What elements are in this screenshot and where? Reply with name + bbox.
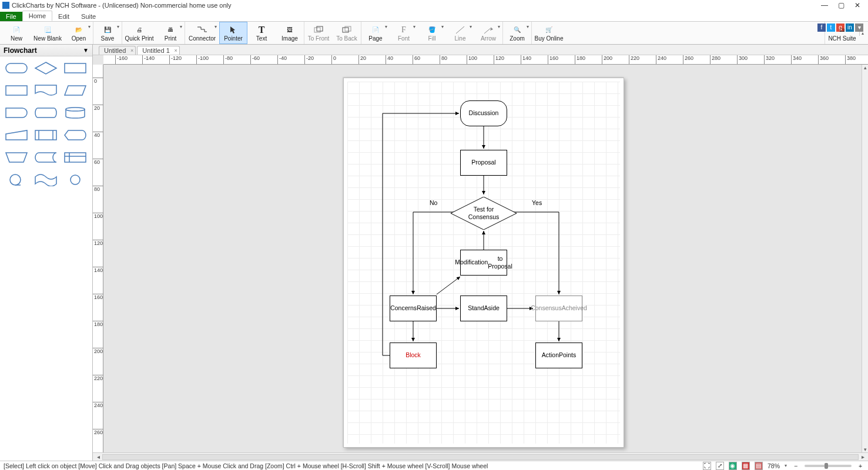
text-button[interactable]: TText bbox=[247, 22, 276, 44]
menu-home[interactable]: Home bbox=[22, 11, 52, 21]
window-maximize[interactable]: ▢ bbox=[833, 0, 849, 11]
status-icon-5[interactable]: ▤ bbox=[755, 462, 763, 470]
menu-edit[interactable]: Edit bbox=[52, 12, 75, 21]
print-button[interactable]: 🖶Print▾ bbox=[156, 22, 185, 44]
zoom-dropdown-icon[interactable]: ▾ bbox=[785, 463, 787, 468]
node-concerns[interactable]: ConcernsRaised bbox=[390, 296, 437, 321]
line-button[interactable]: Line▾ bbox=[446, 22, 474, 44]
doc-tab-untitled[interactable]: Untitled× bbox=[99, 46, 136, 55]
shape-predef-process[interactable] bbox=[33, 127, 59, 143]
shape-stored-data[interactable] bbox=[33, 149, 59, 166]
status-icon-4[interactable]: ▦ bbox=[742, 462, 750, 470]
svg-rect-0 bbox=[314, 28, 320, 32]
dropdown-icon[interactable]: ▾ bbox=[87, 24, 92, 29]
shape-internal-storage[interactable] bbox=[62, 149, 88, 166]
shape-tape[interactable] bbox=[33, 172, 59, 188]
shape-terminator[interactable] bbox=[4, 60, 29, 76]
facebook-icon[interactable]: f bbox=[817, 24, 826, 32]
fill-button[interactable]: 🪣Fill▾ bbox=[418, 22, 446, 44]
save-icon: 💾 bbox=[102, 25, 113, 35]
shape-data[interactable] bbox=[62, 82, 88, 99]
dropdown-icon[interactable]: ▾ bbox=[412, 24, 417, 29]
zoom-in-button[interactable]: + bbox=[856, 462, 864, 469]
window-minimize[interactable]: — bbox=[816, 0, 833, 11]
new-blank-button[interactable]: 📃New Blank bbox=[31, 22, 65, 44]
shape-display[interactable] bbox=[62, 127, 88, 143]
zoom-slider-knob[interactable] bbox=[825, 463, 828, 469]
node-proposal[interactable]: Proposal bbox=[460, 150, 507, 176]
shape-delay[interactable] bbox=[4, 105, 29, 121]
scroll-left-icon[interactable]: ◂ bbox=[94, 454, 102, 460]
status-icon-1[interactable]: ⛶ bbox=[703, 462, 711, 470]
node-action-points[interactable]: ActionPoints bbox=[535, 343, 582, 368]
page-button[interactable]: 📄Page▾ bbox=[361, 22, 390, 44]
shape-card[interactable] bbox=[4, 82, 29, 99]
save-button[interactable]: 💾Save▾ bbox=[93, 22, 122, 44]
menu-file[interactable]: File bbox=[0, 12, 22, 21]
scroll-up-icon[interactable]: ▴ bbox=[862, 65, 868, 70]
arrow-button[interactable]: Arrow▾ bbox=[474, 22, 502, 44]
scroll-down-icon[interactable]: ▾ bbox=[862, 446, 868, 452]
scrollbar-vertical[interactable]: ▴ ▾ bbox=[862, 65, 868, 452]
open-button[interactable]: 📂Open▾ bbox=[65, 22, 93, 44]
dropdown-icon[interactable]: ▾ bbox=[179, 24, 183, 29]
status-icon-2[interactable]: ⤢ bbox=[716, 462, 724, 470]
to-back-button[interactable]: To Back bbox=[333, 22, 361, 44]
shape-direct-data[interactable] bbox=[33, 105, 59, 121]
shape-sequential[interactable] bbox=[4, 172, 29, 188]
svg-rect-8 bbox=[6, 86, 27, 95]
node-test-consensus[interactable]: Test forConsensus bbox=[451, 197, 517, 230]
connector-button[interactable]: Connector▾ bbox=[185, 22, 219, 44]
shape-connector[interactable] bbox=[62, 172, 88, 188]
dropdown-icon[interactable]: ▾ bbox=[525, 24, 530, 29]
page[interactable]: Discussion Proposal Test forConsensus No… bbox=[343, 78, 624, 448]
scroll-right-icon[interactable]: ▸ bbox=[859, 454, 867, 460]
buy-online-button[interactable]: 🛒Buy Online bbox=[532, 22, 566, 44]
dropdown-icon[interactable]: ▾ bbox=[384, 24, 388, 29]
font-button[interactable]: FFont▾ bbox=[390, 22, 418, 44]
shape-manual-input[interactable] bbox=[4, 127, 29, 143]
image-button[interactable]: 🖼Image bbox=[276, 22, 304, 44]
scroll-track[interactable] bbox=[102, 454, 859, 460]
connector-icon bbox=[196, 25, 208, 35]
canvas-viewport[interactable]: Discussion Proposal Test forConsensus No… bbox=[103, 65, 862, 452]
node-stand-aside[interactable]: StandAside bbox=[460, 296, 507, 321]
shape-database[interactable] bbox=[62, 105, 88, 121]
dropdown-icon[interactable]: ▾ bbox=[497, 24, 501, 29]
nch-suite-button[interactable]: 🗂NCH Suite bbox=[825, 22, 859, 44]
shape-manual-op[interactable] bbox=[4, 149, 29, 166]
zoom-slider[interactable] bbox=[805, 465, 852, 467]
status-icon-3[interactable]: ◉ bbox=[729, 462, 737, 470]
new-icon: 📄 bbox=[11, 25, 22, 35]
node-discussion[interactable]: Discussion bbox=[460, 100, 507, 126]
pointer-icon bbox=[227, 25, 239, 35]
shape-decision[interactable] bbox=[33, 60, 59, 76]
text-icon: T bbox=[256, 25, 267, 35]
node-consensus[interactable]: ConsensusAcheived bbox=[535, 296, 582, 321]
dropdown-icon[interactable]: ▼ bbox=[83, 47, 89, 53]
menu-suite[interactable]: Suite bbox=[75, 12, 102, 21]
image-icon: 🖼 bbox=[284, 25, 296, 35]
dropdown-icon[interactable]: ▾ bbox=[468, 24, 473, 29]
close-icon[interactable]: × bbox=[130, 48, 133, 53]
dropdown-icon[interactable]: ▾ bbox=[213, 24, 218, 29]
window-close[interactable]: ✕ bbox=[849, 0, 866, 11]
shape-grid bbox=[0, 56, 92, 192]
shape-document[interactable] bbox=[33, 82, 59, 99]
to-front-button[interactable]: To Front bbox=[304, 22, 333, 44]
doc-tab-untitled1[interactable]: Untitled 1× bbox=[137, 46, 179, 55]
shape-panel-header[interactable]: Flowchart ▼ bbox=[0, 45, 92, 56]
dropdown-icon[interactable]: ▾ bbox=[116, 24, 120, 29]
close-icon[interactable]: × bbox=[175, 48, 177, 53]
dropdown-icon[interactable]: ▾ bbox=[440, 24, 445, 29]
shape-process[interactable] bbox=[62, 60, 88, 76]
new-button[interactable]: 📄New bbox=[2, 22, 31, 44]
node-block[interactable]: Block bbox=[390, 343, 437, 368]
node-modification[interactable]: Modificationto Proposal bbox=[460, 250, 507, 276]
quick-print-button[interactable]: 🖨Quick Print bbox=[122, 22, 156, 44]
zoom-button[interactable]: 🔍Zoom▾ bbox=[503, 22, 531, 44]
svg-point-17 bbox=[71, 175, 80, 184]
scrollbar-horizontal[interactable]: ◂ ▸ bbox=[93, 452, 868, 461]
zoom-out-button[interactable]: − bbox=[792, 462, 800, 469]
pointer-button[interactable]: Pointer bbox=[219, 22, 247, 44]
